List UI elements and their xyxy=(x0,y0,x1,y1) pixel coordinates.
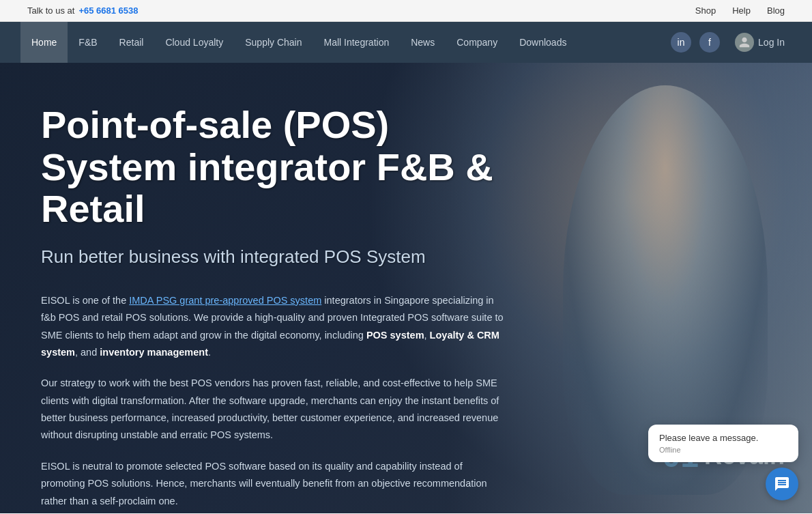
hero-title: Point-of-sale (POS) System integrator F&… xyxy=(41,104,519,230)
nav-links: Home F&B Retail Cloud Loyalty Supply Cha… xyxy=(20,22,671,63)
login-label: Log In xyxy=(758,37,785,48)
chat-message: Please leave a message. xyxy=(659,433,787,443)
nav-supply-chain[interactable]: Supply Chain xyxy=(234,22,313,63)
nav-retail[interactable]: Retail xyxy=(108,22,155,63)
nav-company[interactable]: Company xyxy=(446,22,508,63)
linkedin-icon[interactable]: in xyxy=(671,32,691,53)
shop-link[interactable]: Shop xyxy=(695,5,716,16)
chat-open-button[interactable] xyxy=(766,468,798,500)
hero-p1-comma: , and xyxy=(75,347,100,358)
hero-paragraph-2: Our strategy to work with the best POS v… xyxy=(41,375,505,444)
nav-news[interactable]: News xyxy=(400,22,446,63)
pos-system-bold: POS system xyxy=(366,330,424,341)
navbar: Home F&B Retail Cloud Loyalty Supply Cha… xyxy=(0,22,812,63)
nav-right: in f Log In xyxy=(671,29,792,56)
nav-cloud-loyalty[interactable]: Cloud Loyalty xyxy=(154,22,234,63)
chat-widget: Please leave a message. Offline xyxy=(648,425,798,500)
phone-number[interactable]: +65 6681 6538 xyxy=(78,5,138,16)
hero-paragraph-1: EISOL is one of the IMDA PSG grant pre-a… xyxy=(41,292,505,362)
top-bar-contact: Talk to us at +65 6681 6538 xyxy=(27,5,139,16)
chat-status: Offline xyxy=(659,446,787,454)
top-bar: Talk to us at +65 6681 6538 Shop Help Bl… xyxy=(0,0,812,22)
hero-body: EISOL is one of the IMDA PSG grant pre-a… xyxy=(41,292,505,510)
facebook-icon[interactable]: f xyxy=(699,32,720,53)
login-avatar-icon xyxy=(735,33,754,52)
hero-content: Point-of-sale (POS) System integrator F&… xyxy=(0,63,560,513)
hero-p1-end: . xyxy=(208,347,211,358)
help-link[interactable]: Help xyxy=(732,5,751,16)
hero-p1-before: EISOL is one of the xyxy=(41,295,129,306)
nav-downloads[interactable]: Downloads xyxy=(508,22,577,63)
login-button[interactable]: Log In xyxy=(728,29,792,56)
imda-psg-link[interactable]: IMDA PSG grant pre-approved POS system xyxy=(129,295,321,306)
inventory-bold: inventory management xyxy=(100,347,208,358)
nav-mall-integration[interactable]: Mall Integration xyxy=(313,22,401,63)
hero-p1-mid: , xyxy=(424,330,430,341)
chat-bubble: Please leave a message. Offline xyxy=(648,425,798,462)
top-bar-links: Shop Help Blog xyxy=(695,5,785,16)
nav-fb[interactable]: F&B xyxy=(68,22,108,63)
talk-text: Talk to us at xyxy=(27,5,74,16)
nav-home[interactable]: Home xyxy=(20,22,68,63)
blog-link[interactable]: Blog xyxy=(767,5,785,16)
hero-paragraph-3: EISOL is neutral to promote selected POS… xyxy=(41,458,505,510)
hero-subtitle: Run better business with integrated POS … xyxy=(41,246,519,268)
